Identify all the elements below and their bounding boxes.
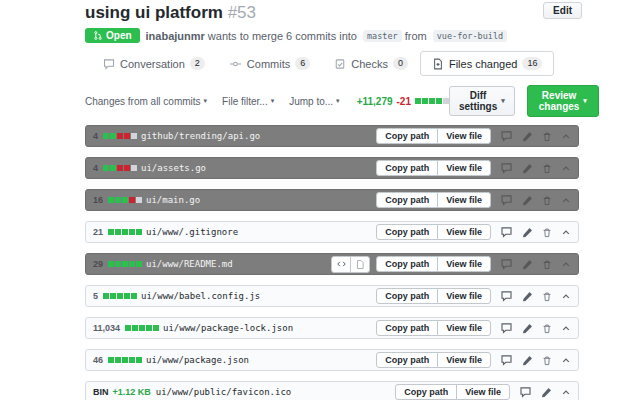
status-badge: Open	[85, 28, 140, 43]
view-file-button[interactable]: View file	[437, 160, 491, 176]
trash-icon[interactable]	[542, 227, 552, 238]
copy-path-button[interactable]: Copy path	[376, 192, 438, 208]
pr-number: #53	[228, 3, 256, 22]
file-list: 4 github/trending/api.go Copy pathView f…	[85, 125, 579, 400]
chevron-up-icon[interactable]	[561, 164, 571, 173]
file-path-link[interactable]: ui/www/package-lock.json	[163, 323, 293, 333]
file-diffstat-count: 21	[93, 227, 103, 237]
file-path-link[interactable]: ui/www/package.json	[146, 355, 249, 365]
trash-icon[interactable]	[542, 323, 552, 334]
file-filter-dropdown[interactable]: File filter...▾	[222, 96, 274, 107]
chevron-up-icon[interactable]	[561, 292, 571, 301]
copy-path-button[interactable]: Copy path	[376, 160, 438, 176]
pencil-icon[interactable]	[522, 291, 533, 302]
base-branch-label[interactable]: master	[363, 30, 402, 42]
from-text: from	[405, 30, 427, 42]
copy-path-button[interactable]: Copy path	[376, 320, 438, 336]
pencil-icon[interactable]	[522, 227, 533, 238]
view-file-button[interactable]: View file	[437, 256, 491, 272]
comment-icon[interactable]	[500, 290, 513, 302]
view-file-button[interactable]: View file	[456, 384, 510, 400]
view-file-button[interactable]: View file	[437, 288, 491, 304]
pencil-icon[interactable]	[522, 259, 533, 270]
view-file-button[interactable]: View file	[437, 352, 491, 368]
pencil-icon[interactable]	[522, 195, 533, 206]
comment-icon[interactable]	[500, 130, 513, 142]
copy-path-button[interactable]: Copy path	[376, 224, 438, 240]
chevron-up-icon[interactable]	[561, 356, 571, 365]
comment-icon[interactable]	[500, 162, 513, 174]
pr-meta: Open inabajunmr wants to merge 6 commits…	[85, 28, 592, 43]
file-row: 4 github/trending/api.go Copy pathView f…	[85, 125, 579, 147]
chevron-up-icon[interactable]	[561, 228, 571, 237]
tab-files-changed[interactable]: Files changed 16	[420, 51, 555, 76]
file-path-link[interactable]: ui/www/public/favicon.ico	[156, 387, 291, 397]
diffstat-blocks	[415, 98, 449, 104]
trash-icon[interactable]	[542, 131, 552, 142]
diff-settings-button[interactable]: Diff settings▾	[449, 86, 515, 116]
head-branch-label[interactable]: vue-for-build	[433, 30, 508, 42]
comment-icon[interactable]	[500, 194, 513, 206]
chevron-down-icon: ▾	[204, 97, 208, 105]
pencil-icon[interactable]	[522, 163, 533, 174]
comment-icon[interactable]	[500, 322, 513, 334]
copy-path-button[interactable]: Copy path	[395, 384, 457, 400]
file-diffstat-count: 4	[93, 163, 98, 173]
review-changes-button[interactable]: Review changes▾	[527, 85, 599, 117]
chevron-up-icon[interactable]	[561, 260, 571, 269]
file-path-link[interactable]: ui/www/.gitignore	[146, 227, 238, 237]
jump-to-dropdown[interactable]: Jump to...▾	[289, 96, 339, 107]
comment-icon[interactable]	[500, 354, 513, 366]
chevron-up-icon[interactable]	[561, 132, 571, 141]
file-path-link[interactable]: ui/assets.go	[141, 163, 206, 173]
view-file-button[interactable]: View file	[437, 192, 491, 208]
tab-commits[interactable]: Commits 6	[217, 51, 322, 76]
file-row: BIN +1.12 KB ui/www/public/favicon.ico C…	[85, 381, 579, 400]
file-row: 4 ui/assets.go Copy pathView file	[85, 157, 579, 179]
copy-path-button[interactable]: Copy path	[376, 288, 438, 304]
checklist-icon	[334, 58, 346, 70]
file-path-link[interactable]: github/trending/api.go	[141, 131, 260, 141]
trash-icon[interactable]	[542, 291, 552, 302]
file-path-link[interactable]: ui/main.go	[146, 195, 200, 205]
tab-checks[interactable]: Checks 0	[322, 51, 420, 76]
rendered-view-icon[interactable]	[350, 256, 370, 273]
pencil-icon[interactable]	[541, 387, 552, 398]
comment-icon[interactable]	[519, 386, 532, 398]
trash-icon[interactable]	[542, 355, 552, 366]
file-path-link[interactable]: ui/www/README.md	[146, 259, 233, 269]
view-file-button[interactable]: View file	[437, 224, 491, 240]
pr-author[interactable]: inabajunmr	[146, 30, 205, 42]
view-file-button[interactable]: View file	[437, 320, 491, 336]
file-diffstat-count: 5	[93, 291, 98, 301]
copy-path-button[interactable]: Copy path	[376, 128, 438, 144]
copy-path-button[interactable]: Copy path	[376, 256, 438, 272]
comment-icon[interactable]	[500, 226, 513, 238]
trash-icon[interactable]	[542, 259, 552, 270]
file-row: 21 ui/www/.gitignore Copy pathView file	[85, 221, 579, 243]
file-row: 11,034 ui/www/package-lock.json Copy pat…	[85, 317, 579, 339]
chevron-up-icon[interactable]	[561, 196, 571, 205]
chevron-up-icon[interactable]	[561, 388, 571, 397]
page-title: using ui platform #53	[85, 3, 256, 22]
tab-conversation[interactable]: Conversation 2	[91, 51, 217, 76]
merge-text-pre: wants to merge	[208, 30, 283, 42]
copy-path-button[interactable]: Copy path	[376, 352, 438, 368]
commit-count-text: 6	[286, 30, 292, 42]
file-row: 29 ui/www/README.md Copy pathView file	[85, 253, 579, 275]
source-view-icon[interactable]	[331, 256, 351, 273]
pencil-icon[interactable]	[522, 131, 533, 142]
file-path-link[interactable]: ui/www/babel.config.js	[141, 291, 260, 301]
pencil-icon[interactable]	[522, 355, 533, 366]
changes-dropdown[interactable]: Changes from all commits▾	[85, 96, 207, 107]
chevron-down-icon: ▾	[501, 97, 505, 105]
additions-count: +11,279	[357, 96, 393, 107]
edit-button[interactable]: Edit	[543, 2, 582, 19]
trash-icon[interactable]	[542, 195, 552, 206]
view-file-button[interactable]: View file	[437, 128, 491, 144]
comment-icon[interactable]	[500, 258, 513, 270]
tab-commits-count: 6	[295, 57, 310, 70]
pencil-icon[interactable]	[522, 323, 533, 334]
trash-icon[interactable]	[542, 163, 552, 174]
chevron-up-icon[interactable]	[561, 324, 571, 333]
